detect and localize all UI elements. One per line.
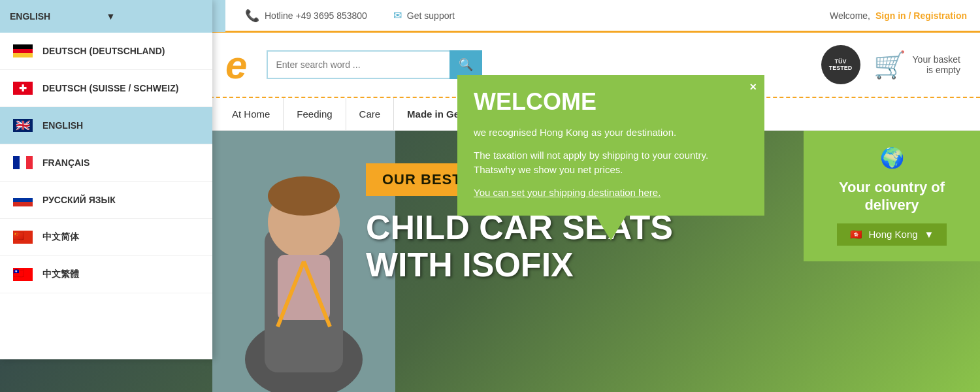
flag-gb [13,119,33,132]
nav-item-athome[interactable]: At Home [212,98,284,130]
header-right: TÜVTESTED 🛒 Your basket is empty [821,45,980,84]
hotline-label: Hotline +49 3695 853800 [265,10,367,21]
shipping-link[interactable]: You can set your shipping destination he… [474,187,661,198]
lang-label-zh-cn: 中文简体 [42,231,79,243]
welcome-popup: × WELCOME we recognised Hong Kong as you… [457,75,764,240]
nav-item-care[interactable]: Care [346,98,395,130]
flag-de [13,44,33,57]
country-box: 🌍 Your country ofdelivery 🇭🇰 Hong Kong ▼ [804,131,980,261]
lang-header-label: ENGLISH [10,11,106,22]
lang-item-en[interactable]: ENGLISH [0,107,212,144]
lang-label-en: ENGLISH [42,120,83,131]
welcome-popup-text1: we recognised Hong Kong as your destinat… [474,125,748,140]
lang-item-ru[interactable]: РУССКИЙ ЯЗЫК [0,182,212,219]
lang-item-fr[interactable]: FRANÇAIS [0,144,212,182]
welcome-popup-title: WELCOME [474,88,748,116]
welcome-text: Welcome, [830,10,870,21]
support[interactable]: ✉ Get support [393,9,455,22]
chevron-down-icon: ▼ [924,229,934,240]
chevron-down-icon: ▼ [106,11,203,22]
cart-text: Your basket is empty [913,54,960,75]
flag-ru [13,193,33,206]
logo-area: e [212,42,247,88]
top-bar-end: Welcome, Sign in / Registration [830,10,967,21]
cart-line1: Your basket [913,54,960,65]
country-selector[interactable]: 🇭🇰 Hong Kong ▼ [837,223,947,246]
cart-line2: is empty [913,65,960,75]
welcome-popup-text3: You can set your shipping destination he… [474,186,748,201]
cart-area[interactable]: 🛒 Your basket is empty [874,50,960,80]
flag-tw: 🇹🇼 [13,268,33,281]
lang-label-de: DEUTSCH (DEUTSCHLAND) [42,46,165,56]
lang-label-fr: FRANÇAIS [42,157,90,168]
country-box-title: Your country ofdelivery [839,179,945,214]
lang-item-de[interactable]: DEUTSCH (DEUTSCHLAND) [0,33,212,70]
language-dropdown: ENGLISH ▼ DEUTSCH (DEUTSCHLAND) DEUTSCH … [0,0,212,359]
nav-item-feeding[interactable]: Feeding [284,98,346,130]
top-bar-right: 📞 Hotline +49 3695 853800 ✉ Get support [225,8,830,23]
welcome-popup-text2: The taxation will not apply by shipping … [474,148,748,178]
banner-heading-line2: WITH ISOFIX [366,246,673,284]
country-title-text: Your country ofdelivery [839,179,945,212]
close-button[interactable]: × [749,80,757,94]
trust-badge: TÜVTESTED [821,45,860,84]
cart-icon: 🛒 [874,50,906,80]
mail-icon: ✉ [393,9,402,22]
search-input[interactable] [267,50,449,79]
hotline: 📞 Hotline +49 3695 853800 [245,8,367,23]
svg-point-4 [268,176,340,216]
hk-flag: 🇭🇰 [850,229,862,240]
lang-dropdown-header[interactable]: ENGLISH ▼ [0,0,212,33]
lang-label-ru: РУССКИЙ ЯЗЫК [42,195,116,205]
globe-icon: 🌍 [880,146,904,169]
flag-cn: 🇨🇳 [13,231,33,244]
logo: e [225,42,247,88]
signin-link[interactable]: Sign in / Registration [875,10,967,21]
lang-item-zh-tw[interactable]: 🇹🇼 中文繁體 [0,256,212,293]
lang-item-zh-cn[interactable]: 🇨🇳 中文简体 [0,219,212,256]
support-label: Get support [407,10,455,21]
badge-text: TÜVTESTED [829,58,853,71]
banner-heading: CHILD CAR SEATS WITH ISOFIX [366,209,673,284]
flag-fr [13,156,33,169]
country-name: Hong Kong [869,229,918,240]
lang-item-ch[interactable]: DEUTSCH (SUISSE / SCHWEIZ) [0,70,212,107]
search-button[interactable]: 🔍 [449,50,482,79]
flag-ch [13,82,33,95]
search-area: 🔍 [267,50,821,79]
phone-icon: 📞 [245,8,259,23]
lang-label-ch: DEUTSCH (SUISSE / SCHWEIZ) [42,83,178,93]
lang-label-zh-tw: 中文繁體 [42,269,79,280]
